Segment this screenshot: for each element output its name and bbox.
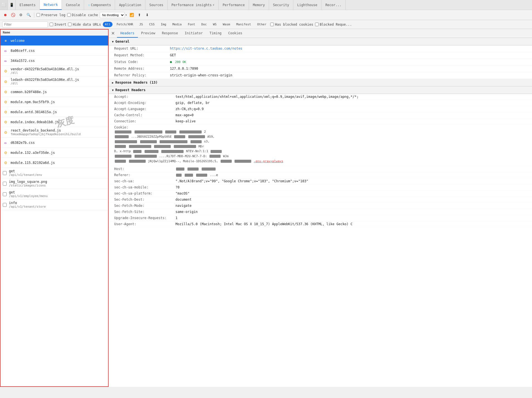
file-name: 344a1572.css — [11, 59, 35, 63]
download-icon[interactable]: ⬇ — [144, 12, 150, 18]
list-item[interactable]: ✏ 8a06ceff.css — [1, 46, 108, 56]
list-item[interactable]: info /api/v1/tenant/store — [1, 200, 108, 210]
upgrade-insecure-row: Upgrade-Insecure-Requests: 1 — [109, 215, 532, 221]
file-info: module.115.82192a6d.js — [11, 161, 55, 165]
filter-input[interactable] — [2, 21, 48, 28]
sub-tab-response[interactable]: Response — [158, 29, 181, 38]
connection-key: Connection: — [114, 119, 175, 123]
tab-sources[interactable]: Sources — [145, 0, 168, 10]
search-button[interactable]: 🔍 — [26, 12, 32, 18]
list-item[interactable]: ⚙ lodash-d4322f8c5a83a41b106e.dll.js /dl… — [1, 76, 108, 87]
filter-chip-doc[interactable]: Doc — [199, 22, 209, 27]
clear-button[interactable]: 🚫 — [10, 12, 16, 18]
device-icon[interactable]: 📱 — [8, 0, 16, 10]
file-checkbox[interactable] — [3, 171, 7, 175]
hide-data-urls-checkbox[interactable] — [68, 23, 72, 26]
filter-chip-other[interactable]: Other — [255, 22, 269, 27]
file-checkbox[interactable] — [3, 182, 7, 186]
file-name: react_devtools_backend.js — [11, 128, 81, 132]
sub-tab-preview[interactable]: Preview — [138, 29, 159, 38]
upgrade-insecure-value: 1 — [175, 216, 177, 220]
list-item[interactable]: img_logo_square.png /static/images/icons — [1, 178, 108, 189]
disable-cache-label[interactable]: Disable cache — [67, 13, 98, 17]
filter-chip-font[interactable]: Font — [186, 22, 197, 27]
tab-performance-insights[interactable]: Performance insights ⚡ — [168, 0, 219, 10]
tab-performance[interactable]: Performance — [219, 0, 249, 10]
sub-tab-headers[interactable]: Headers — [117, 29, 138, 38]
filter-chip-media[interactable]: Media — [170, 22, 184, 27]
has-blocked-cookies-label[interactable]: Has blocked cookies — [270, 23, 313, 26]
hide-data-urls-label[interactable]: Hide data URLs — [68, 23, 101, 26]
lightning-icon: ⚡ — [213, 3, 214, 7]
list-item[interactable]: get /api/v1/employee/menu — [1, 189, 108, 200]
file-name: welcome — [11, 39, 25, 43]
list-item[interactable]: ⚙ module.132.a3ef35de.js — [1, 148, 108, 158]
filter-chip-js[interactable]: JS — [137, 22, 145, 27]
sec-fetch-mode-key: Sec-Fetch-Mode: — [114, 204, 175, 208]
list-item[interactable]: ⚙ module.antd.3814615a.js — [1, 107, 108, 117]
list-item[interactable]: ⚙ react_devtools_backend.js fmkadmapgofa… — [1, 127, 108, 138]
file-info: welcome — [11, 39, 25, 43]
filter-chip-img[interactable]: Img — [158, 22, 169, 27]
preserve-log-label[interactable]: Preserve log — [36, 13, 65, 17]
preserve-log-checkbox[interactable] — [36, 13, 40, 17]
file-checkbox[interactable] — [3, 192, 7, 196]
upload-icon[interactable]: ⬆ — [136, 12, 143, 18]
list-item[interactable]: ⚙ module.115.82192a6d.js — [1, 158, 108, 168]
tab-components[interactable]: ⚛ Components — [84, 0, 115, 10]
list-item[interactable]: ≡ welcome — [1, 36, 108, 46]
list-item[interactable]: ✏ 344a1572.css — [1, 56, 108, 66]
sub-tab-timing[interactable]: Timing — [206, 29, 225, 38]
file-info: vendor-d4322f8c5a83a41b106e.dll.js /dll — [11, 67, 79, 75]
sec-fetch-dest-key: Sec-Fetch-Dest: — [114, 198, 175, 202]
blocked-requests-checkbox[interactable] — [315, 23, 319, 26]
list-item[interactable]: ✏ d6382e7b.css — [1, 138, 108, 148]
list-item[interactable]: ⚙ vendor-d4322f8c5a83a41b106e.dll.js /dl… — [1, 66, 108, 76]
user-agent-value: Mozilla/5.0 (Macintosh; Intel Mac OS X 1… — [175, 222, 353, 226]
tab-console[interactable]: Console — [62, 0, 84, 10]
blocked-requests-label[interactable]: Blocked Reque... — [315, 23, 352, 26]
tab-security[interactable]: Security — [269, 0, 293, 10]
filter-chip-ws[interactable]: WS — [211, 22, 219, 27]
list-item[interactable]: ⚙ common.b20f488e.js — [1, 87, 108, 97]
status-code-value: ● 200 OK — [170, 60, 186, 64]
filter-chip-css[interactable]: CSS — [147, 22, 157, 27]
request-headers-section-header[interactable]: ▼ Request Headers — [109, 86, 532, 94]
invert-label[interactable]: Invert — [50, 23, 66, 26]
close-panel-button[interactable]: ✕ — [110, 30, 116, 37]
throttle-select[interactable]: No throttling — [100, 12, 125, 18]
remote-address-key: Remote Address: — [114, 67, 170, 71]
request-url-key: Request URL: — [114, 47, 170, 51]
referer-value: ...e — [175, 173, 218, 177]
disable-cache-checkbox[interactable] — [67, 13, 71, 17]
has-blocked-cookies-checkbox[interactable] — [270, 23, 274, 26]
sub-tab-initiator[interactable]: Initiator — [181, 29, 206, 38]
response-headers-section-header[interactable]: ▶ Response Headers (13) — [109, 79, 532, 86]
general-section-header[interactable]: ▼ General — [109, 38, 532, 45]
detail-panel: ✕ Headers Preview Response Initiator Tim… — [109, 29, 532, 387]
tab-elements[interactable]: Elements — [16, 0, 40, 10]
sub-tab-cookies[interactable]: Cookies — [225, 29, 246, 38]
filter-chip-wasm[interactable]: Wasm — [221, 22, 233, 27]
invert-checkbox[interactable] — [50, 23, 53, 26]
list-item[interactable]: get /api/v1/tenant/env — [1, 168, 108, 178]
tab-recorder[interactable]: Recor... — [321, 0, 346, 10]
tab-memory[interactable]: Memory — [249, 0, 269, 10]
tab-lighthouse[interactable]: Lighthouse — [293, 0, 321, 10]
filter-chip-all[interactable]: All — [103, 22, 113, 27]
request-method-key: Request Method: — [114, 53, 170, 57]
list-item[interactable]: ⚙ module.index.0deab1b8.js — [1, 117, 108, 127]
list-item[interactable]: ⚙ module.npm.9ac5fbf9.js — [1, 97, 108, 107]
file-name: common.b20f488e.js — [11, 90, 47, 94]
file-checkbox[interactable] — [3, 203, 7, 207]
tab-application[interactable]: Application — [115, 0, 145, 10]
wifi-icon[interactable]: 📶 — [129, 12, 135, 18]
filter-chip-manifest[interactable]: Manifest — [234, 22, 253, 27]
stop-recording-button[interactable]: ⏺ — [2, 12, 8, 18]
inspect-icon[interactable]: ⬜ — [0, 0, 8, 10]
tab-network[interactable]: Network — [40, 0, 62, 10]
file-icon-js3: ⚙ — [3, 89, 8, 95]
filter-chip-fetchxhr[interactable]: Fetch/XHR — [114, 22, 135, 27]
file-path: /dll — [11, 71, 79, 75]
filter-button[interactable]: ⚙ — [18, 12, 24, 18]
